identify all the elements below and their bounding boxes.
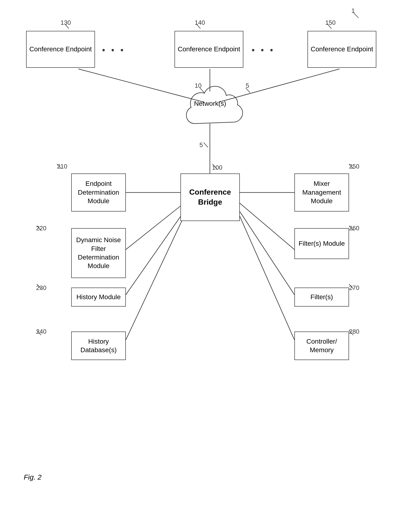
endpoint-150-box: Conference Endpoint <box>308 31 376 68</box>
svg-line-10 <box>240 212 294 295</box>
endpoint-140-box: Conference Endpoint <box>174 31 243 68</box>
figure-label: Fig. 2 <box>24 473 42 481</box>
ref-num-280: 280 <box>349 328 359 335</box>
mixer-mgmt-label: Mixer Management Module <box>297 179 346 205</box>
filters-label: Filter(s) <box>310 293 333 301</box>
svg-line-11 <box>240 216 294 340</box>
ref-num-260: 260 <box>349 225 359 232</box>
endpoint-det-box: Endpoint Determination Module <box>71 173 126 212</box>
dynamic-noise-box: Dynamic Noise Filter Determination Modul… <box>71 228 126 278</box>
endpoint-130-box: Conference Endpoint <box>26 31 95 68</box>
diagram-svg <box>0 0 420 505</box>
ref-num-220: 220 <box>36 225 46 232</box>
mixer-mgmt-box: Mixer Management Module <box>294 173 349 212</box>
controller-memory-label: Controller/ Memory <box>297 337 346 354</box>
endpoint-140-label: Conference Endpoint <box>178 45 240 53</box>
history-module-box: History Module <box>71 288 126 307</box>
dots-right: • • • <box>252 45 275 55</box>
ref-num-240: 240 <box>36 328 46 335</box>
svg-line-5 <box>126 203 184 250</box>
history-db-label: History Database(s) <box>74 337 123 354</box>
filters-module-label: Filter(s) Module <box>299 239 345 248</box>
endpoint-150-label: Conference Endpoint <box>310 45 373 53</box>
svg-line-7 <box>126 216 184 340</box>
ref-num-210: 210 <box>57 163 67 170</box>
svg-line-9 <box>240 203 294 250</box>
history-module-label: History Module <box>76 293 121 301</box>
filters-box: Filter(s) <box>294 288 349 307</box>
history-db-box: History Database(s) <box>71 332 126 360</box>
conference-bridge-box: Conference Bridge <box>180 173 240 221</box>
dots-left: • • • <box>102 45 125 55</box>
endpoint-det-label: Endpoint Determination Module <box>74 179 123 205</box>
svg-line-0 <box>78 69 204 102</box>
ref-num-150: 150 <box>325 19 335 26</box>
svg-line-18 <box>204 143 208 147</box>
ref-num-270: 270 <box>349 284 359 292</box>
ref-num-5b: 5 <box>199 141 203 149</box>
network-label: Network(s) <box>192 100 228 107</box>
svg-line-2 <box>218 69 340 102</box>
ref-num-130: 130 <box>61 19 71 26</box>
ref-num-230: 230 <box>36 284 46 292</box>
ref-num-100: 100 <box>212 164 222 171</box>
controller-memory-box: Controller/ Memory <box>294 332 349 360</box>
ref-num-1: 1 <box>351 7 355 14</box>
svg-line-6 <box>126 212 184 295</box>
ref-num-140: 140 <box>195 19 205 26</box>
ref-num-10: 10 <box>195 82 202 89</box>
ref-num-5a: 5 <box>246 82 249 89</box>
ref-num-250: 250 <box>349 163 359 170</box>
endpoint-130-label: Conference Endpoint <box>29 45 92 53</box>
filters-module-box: Filter(s) Module <box>294 228 349 259</box>
diagram: 1 Conference Endpoint 130 • • • Conferen… <box>0 0 420 505</box>
dynamic-noise-label: Dynamic Noise Filter Determination Modul… <box>74 236 123 271</box>
conference-bridge-label: Conference Bridge <box>183 187 237 207</box>
